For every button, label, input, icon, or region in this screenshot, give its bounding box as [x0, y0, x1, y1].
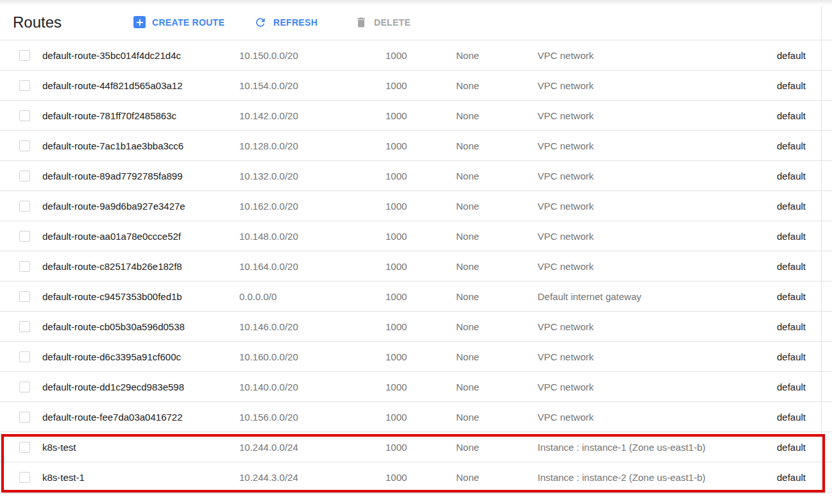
row-checkbox[interactable] [19, 50, 30, 61]
priority-cell: 1000 [386, 261, 456, 272]
row-checkbox[interactable] [19, 140, 30, 151]
create-route-label: CREATE ROUTE [152, 17, 225, 28]
network-cell: default [769, 201, 821, 212]
next-hop-cell: VPC network [538, 351, 769, 362]
destination-range-cell: 10.146.0.0/20 [239, 321, 386, 332]
next-hop-cell: VPC network [538, 412, 769, 423]
table-row: default-route-44f821d565a03a12 10.154.0.… [0, 71, 832, 101]
row-checkbox[interactable] [19, 261, 30, 272]
network-cell: default [769, 321, 821, 332]
next-hop-cell: Default internet gateway [538, 291, 769, 302]
row-checkbox[interactable] [19, 472, 30, 483]
network-cell: default [769, 231, 821, 242]
row-checkbox-cell [0, 412, 42, 423]
row-checkbox-cell [0, 50, 42, 61]
route-name-cell[interactable]: default-route-89ad7792785fa899 [42, 171, 239, 181]
row-checkbox[interactable] [19, 231, 30, 242]
network-cell: default [769, 80, 821, 91]
routes-table-body: default-route-35bc014f4dc21d4c 10.150.0.… [0, 40, 832, 492]
row-checkbox[interactable] [19, 201, 30, 212]
page-title: Routes [13, 13, 62, 31]
next-hop-cell: Instance : instance-2 (Zone us-east1-b) [538, 472, 769, 483]
destination-range-cell: 10.142.0.0/20 [239, 110, 386, 121]
next-hop-cell: VPC network [538, 80, 769, 91]
next-hop-cell: VPC network [538, 50, 769, 61]
next-hop-cell: Instance : instance-1 (Zone us-east1-b) [538, 442, 769, 453]
row-checkbox-cell [0, 201, 42, 212]
next-hop-cell: VPC network [538, 261, 769, 272]
table-row: default-route-cb05b30a596d0538 10.146.0.… [0, 312, 832, 342]
instance-tags-cell: None [456, 80, 538, 91]
row-checkbox[interactable] [19, 291, 30, 302]
destination-range-cell: 10.244.0.0/24 [239, 442, 386, 453]
next-hop-cell: VPC network [538, 110, 769, 121]
table-row: k8s-test 10.244.0.0/24 1000 None Instanc… [0, 432, 832, 462]
route-name-cell[interactable]: default-route-fee7da03a0416722 [42, 412, 239, 423]
row-checkbox[interactable] [19, 171, 30, 181]
instance-tags-cell: None [456, 171, 538, 181]
table-row: k8s-test-1 10.244.3.0/24 1000 None Insta… [0, 462, 832, 492]
route-name-cell[interactable]: default-route-dd1c29ecd983e598 [42, 382, 239, 392]
instance-tags-cell: None [456, 351, 538, 362]
route-name-cell[interactable]: default-route-7ac1b1ae3bba3cc6 [42, 140, 239, 151]
route-name-cell[interactable]: default-route-781ff70f2485863c [42, 110, 239, 121]
row-checkbox-cell [0, 140, 42, 151]
create-route-button[interactable]: CREATE ROUTE [133, 16, 225, 28]
network-cell: default [769, 140, 821, 151]
table-row: default-route-781ff70f2485863c 10.142.0.… [0, 101, 832, 131]
priority-cell: 1000 [386, 171, 456, 181]
next-hop-cell: VPC network [538, 171, 769, 181]
row-checkbox-cell [0, 351, 42, 362]
route-name-cell[interactable]: default-route-c825174b26e182f8 [42, 261, 239, 272]
row-checkbox[interactable] [19, 442, 30, 453]
row-checkbox-cell [0, 382, 42, 392]
priority-cell: 1000 [386, 140, 456, 151]
priority-cell: 1000 [386, 231, 456, 242]
table-row: default-route-dd1c29ecd983e598 10.140.0.… [0, 372, 832, 402]
next-hop-cell: VPC network [538, 382, 769, 392]
destination-range-cell: 10.156.0.0/20 [239, 412, 386, 423]
instance-tags-cell: None [456, 382, 538, 392]
destination-range-cell: 10.150.0.0/20 [239, 50, 386, 61]
priority-cell: 1000 [386, 291, 456, 302]
route-name-cell[interactable]: default-route-44f821d565a03a12 [42, 80, 239, 91]
refresh-icon [254, 16, 267, 29]
destination-range-cell: 10.162.0.0/20 [239, 201, 386, 212]
priority-cell: 1000 [386, 382, 456, 392]
destination-range-cell: 10.160.0.0/20 [239, 351, 386, 362]
route-name-cell[interactable]: default-route-35bc014f4dc21d4c [42, 50, 239, 61]
row-checkbox[interactable] [19, 351, 30, 362]
route-name-cell[interactable]: default-route-c9457353b00fed1b [42, 291, 239, 302]
priority-cell: 1000 [386, 442, 456, 453]
refresh-button[interactable]: REFRESH [254, 16, 318, 29]
destination-range-cell: 10.128.0.0/20 [239, 140, 386, 151]
row-checkbox[interactable] [19, 382, 30, 392]
row-checkbox[interactable] [19, 110, 30, 121]
instance-tags-cell: None [456, 442, 538, 453]
row-checkbox-cell [0, 171, 42, 181]
route-name-cell[interactable]: default-route-aa01a78e0ccce52f [42, 231, 239, 242]
network-cell: default [769, 171, 821, 181]
route-name-cell[interactable]: k8s-test [42, 442, 239, 453]
priority-cell: 1000 [386, 412, 456, 423]
route-name-cell[interactable]: default-route-d6c3395a91cf600c [42, 351, 239, 362]
instance-tags-cell: None [456, 472, 538, 483]
priority-cell: 1000 [386, 321, 456, 332]
route-name-cell[interactable]: default-route-cb05b30a596d0538 [42, 321, 239, 332]
destination-range-cell: 10.148.0.0/20 [239, 231, 386, 242]
row-checkbox[interactable] [19, 412, 30, 423]
refresh-label: REFRESH [273, 17, 318, 28]
plus-icon [133, 16, 146, 28]
delete-button[interactable]: DELETE [355, 16, 411, 29]
next-hop-cell: VPC network [538, 140, 769, 151]
routes-page: Routes CREATE ROUTE REFRESH DELETE [0, 0, 832, 504]
instance-tags-cell: None [456, 201, 538, 212]
row-checkbox[interactable] [19, 80, 30, 91]
route-name-cell[interactable]: k8s-test-1 [42, 472, 239, 483]
network-cell: default [769, 351, 821, 362]
route-name-cell[interactable]: default-route-9a9d6ba927e3427e [42, 201, 239, 212]
instance-tags-cell: None [456, 50, 538, 61]
network-cell: default [769, 50, 821, 61]
instance-tags-cell: None [456, 140, 538, 151]
row-checkbox[interactable] [19, 321, 30, 332]
